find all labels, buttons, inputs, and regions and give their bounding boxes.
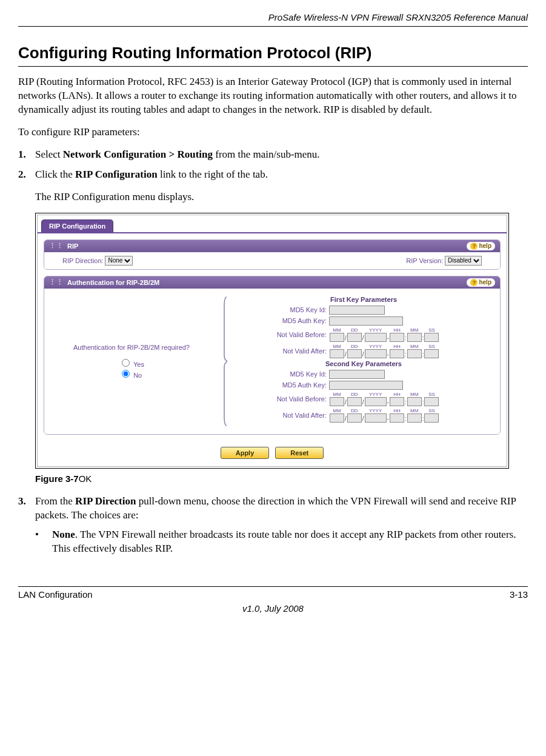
panel-header: ⋮⋮ RIP ? help: [44, 240, 500, 252]
auth-right: First Key Parameters MD5 Key Id: MD5 Aut…: [236, 295, 491, 428]
figure-label: Figure 3-7: [35, 473, 79, 484]
button-row: Apply Reset: [44, 443, 501, 460]
md5-auth-input[interactable]: [329, 316, 403, 326]
intro-paragraph: RIP (Routing Information Protocol, RFC 2…: [18, 75, 528, 117]
dd-input[interactable]: [347, 413, 362, 423]
step-number: 3.: [18, 495, 35, 523]
panel-body: Authentication for RIP-2B/2M required? Y…: [44, 289, 500, 434]
radio-yes[interactable]: Yes: [119, 361, 144, 368]
hh-input[interactable]: [390, 333, 404, 342]
date-time-inputs: MM/ DD/ YYYY- HH: MM: SS: [329, 327, 439, 342]
help-link[interactable]: ? help: [467, 242, 495, 250]
footer-rule: [18, 586, 528, 587]
dd-input[interactable]: [347, 333, 362, 342]
md5-id-input[interactable]: [329, 306, 385, 315]
min-input[interactable]: [407, 349, 422, 358]
mm-input[interactable]: [330, 349, 344, 358]
step-body: Click the RIP Configuration link to the …: [35, 168, 528, 182]
step-body: Select Network Configuration > Routing f…: [35, 148, 528, 162]
rip-direction-label: RIP Direction:: [62, 256, 104, 264]
step-3: 3. From the RIP Direction pull-down menu…: [18, 495, 528, 523]
rip-version-select[interactable]: Disabled: [445, 256, 482, 266]
yyyy-input[interactable]: [365, 333, 387, 342]
running-header: ProSafe Wireless-N VPN Firewall SRXN3205…: [18, 12, 528, 22]
md5-auth-input[interactable]: [329, 381, 403, 390]
text: Select: [35, 149, 63, 160]
footer-center: v1.0, July 2008: [18, 603, 528, 614]
hh-input[interactable]: [390, 413, 404, 423]
grip-icon: ⋮⋮: [49, 278, 64, 286]
figure-suffix: OK: [79, 473, 92, 484]
help-link[interactable]: ? help: [467, 278, 495, 287]
text: link to the right of the tab.: [158, 169, 268, 180]
min-input[interactable]: [407, 333, 422, 342]
ss-input[interactable]: [424, 333, 439, 342]
md5-id-label: MD5 Key Id:: [236, 306, 329, 313]
hh-input[interactable]: [390, 349, 404, 358]
ss-input[interactable]: [424, 349, 439, 358]
ss-input[interactable]: [424, 413, 439, 423]
bullet-text: None. The VPN Firewall neither broadcast…: [52, 528, 528, 556]
figure-caption: Figure 3-7OK: [35, 473, 528, 484]
tab-rip-configuration[interactable]: RIP Configuration: [41, 219, 113, 232]
mm-input[interactable]: [330, 397, 344, 406]
step-body: From the RIP Direction pull-down menu, c…: [35, 495, 528, 523]
grip-icon: ⋮⋮: [49, 242, 64, 250]
mm-input[interactable]: [330, 333, 344, 342]
footer-left: LAN Configuration: [18, 589, 93, 600]
auth-left: Authentication for RIP-2B/2M required? Y…: [53, 295, 210, 428]
footer: LAN Configuration 3-13 v1.0, July 2008: [18, 586, 528, 614]
bullet-none: • None. The VPN Firewall neither broadca…: [35, 528, 528, 556]
md5-auth-label: MD5 Auth Key:: [236, 381, 329, 389]
bullet-marker: •: [35, 528, 52, 556]
panel-auth: ⋮⋮ Authentication for RIP-2B/2M ? help A…: [44, 276, 501, 435]
panel-rip: ⋮⋮ RIP ? help RIP Direction: None RIP Ve…: [44, 239, 501, 270]
min-input[interactable]: [407, 413, 422, 423]
yyyy-input[interactable]: [365, 413, 387, 423]
dd-input[interactable]: [347, 397, 362, 406]
min-input[interactable]: [407, 397, 422, 406]
reset-button[interactable]: Reset: [275, 447, 324, 459]
date-time-inputs: MM/ DD/ YYYY- HH: MM: SS: [329, 344, 439, 358]
nvb-label: Not Valid Before:: [236, 331, 329, 338]
mm-input[interactable]: [330, 413, 344, 423]
bold: RIP Configuration: [75, 169, 158, 180]
panel-body: RIP Direction: None RIP Version: Disable…: [44, 252, 500, 269]
step-2: 2. Click the RIP Configuration link to t…: [18, 168, 528, 182]
yyyy-input[interactable]: [365, 397, 387, 406]
date-time-inputs: MM/ DD/ YYYY- HH: MM: SS: [329, 408, 439, 423]
app-window: RIP Configuration ⋮⋮ RIP ? help RIP Dire: [37, 215, 507, 467]
bullet-list: • None. The VPN Firewall neither broadca…: [35, 528, 528, 556]
header-rule: [18, 26, 528, 27]
yyyy-input[interactable]: [365, 349, 387, 358]
content-area: ⋮⋮ RIP ? help RIP Direction: None RIP Ve…: [38, 232, 507, 466]
second-key-title: Second Key Parameters: [236, 360, 491, 367]
section-title: Configuring Routing Information Protocol…: [18, 44, 528, 62]
rip-version-label: RIP Version:: [406, 256, 443, 264]
title-rule: [18, 66, 528, 67]
screenshot-figure: RIP Configuration ⋮⋮ RIP ? help RIP Dire: [35, 213, 509, 469]
hh-input[interactable]: [390, 397, 404, 406]
help-icon: ?: [470, 243, 478, 250]
step-number: 1.: [18, 148, 35, 162]
help-icon: ?: [470, 279, 478, 286]
radio-no[interactable]: No: [119, 372, 142, 379]
step-number: 2.: [18, 168, 35, 182]
step-list: 1. Select Network Configuration > Routin…: [18, 148, 528, 182]
md5-id-input[interactable]: [329, 370, 385, 379]
step-list-cont: 3. From the RIP Direction pull-down menu…: [18, 495, 528, 523]
step-1: 1. Select Network Configuration > Routin…: [18, 148, 528, 162]
step-2-follow: The RIP Configuration menu displays.: [35, 190, 528, 204]
text: From the: [35, 495, 75, 507]
nva-label: Not Valid After:: [236, 347, 329, 355]
ss-input[interactable]: [424, 397, 439, 406]
auth-required-label: Authentication for RIP-2B/2M required?: [73, 344, 190, 351]
dd-input[interactable]: [347, 349, 362, 358]
footer-right: 3-13: [510, 589, 528, 600]
nvb-label: Not Valid Before:: [236, 395, 329, 403]
apply-button[interactable]: Apply: [221, 447, 270, 459]
help-text: help: [479, 279, 491, 286]
bold: Network Configuration > Routing: [63, 149, 213, 160]
text: from the main/sub-menu.: [213, 149, 320, 160]
rip-direction-select[interactable]: None: [105, 256, 133, 266]
